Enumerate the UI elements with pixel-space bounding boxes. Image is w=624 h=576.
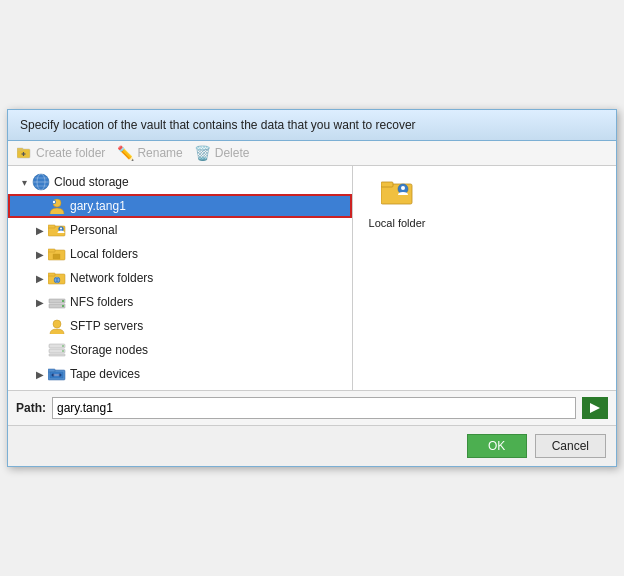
sftp-servers-icon (48, 317, 66, 335)
gary-tang1-icon (48, 197, 66, 215)
detail-item-icon (381, 178, 413, 213)
svg-rect-1 (17, 148, 23, 150)
cloud-storage-icon (32, 173, 50, 191)
svg-point-28 (53, 320, 61, 328)
svg-point-26 (62, 300, 64, 302)
expand-icon-cloud: ▾ (16, 174, 32, 190)
create-folder-icon (16, 145, 32, 161)
svg-point-43 (401, 186, 405, 190)
path-label: Path: (16, 401, 46, 415)
svg-point-32 (62, 345, 64, 347)
gary-tang1-label: gary.tang1 (70, 199, 126, 213)
detail-item-local-folder[interactable]: Local folder (357, 170, 437, 237)
svg-marker-44 (590, 403, 600, 413)
svg-rect-35 (48, 369, 55, 372)
personal-label: Personal (70, 223, 117, 237)
header-text: Specify location of the vault that conta… (20, 118, 416, 132)
tree-item-storage-nodes[interactable]: Storage nodes (8, 338, 352, 362)
svg-rect-31 (49, 354, 65, 356)
tree-item-tape-devices[interactable]: ▶ Tape devices (8, 362, 352, 386)
local-folders-label: Local folders (70, 247, 138, 261)
dialog-footer: OK Cancel (8, 426, 616, 466)
personal-icon (48, 221, 66, 239)
local-folders-icon (48, 245, 66, 263)
tape-devices-icon (48, 365, 66, 383)
cancel-button[interactable]: Cancel (535, 434, 606, 458)
rename-label: Rename (137, 146, 182, 160)
svg-point-33 (62, 350, 64, 352)
svg-point-11 (53, 201, 55, 203)
tree-item-nfs-folders[interactable]: ▶ NFS folders (8, 290, 352, 314)
expand-icon-local: ▶ (32, 246, 48, 262)
create-folder-button[interactable]: Create folder (16, 145, 105, 161)
expand-icon-sftp (32, 318, 48, 334)
expand-icon-nfs: ▶ (32, 294, 48, 310)
detail-panel: Local folder (353, 166, 616, 390)
dialog: Specify location of the vault that conta… (7, 109, 617, 467)
expand-icon-storage (32, 342, 48, 358)
storage-nodes-icon (48, 341, 66, 359)
svg-rect-13 (48, 225, 55, 228)
nfs-folders-label: NFS folders (70, 295, 133, 309)
tree-item-gary-tang1[interactable]: gary.tang1 (8, 194, 352, 218)
rename-button[interactable]: ✏️ Rename (117, 145, 182, 161)
path-bar: Path: (8, 391, 616, 426)
ok-button[interactable]: OK (467, 434, 527, 458)
tape-devices-label: Tape devices (70, 367, 140, 381)
delete-label: Delete (215, 146, 250, 160)
network-folders-icon (48, 269, 66, 287)
path-go-icon (588, 401, 602, 415)
sftp-servers-label: SFTP servers (70, 319, 143, 333)
cloud-storage-label: Cloud storage (54, 175, 129, 189)
expand-icon-tape: ▶ (32, 366, 48, 382)
path-input[interactable] (52, 397, 576, 419)
svg-point-15 (60, 228, 62, 230)
svg-point-27 (62, 305, 64, 307)
tree-item-local-folders[interactable]: ▶ Local folders (8, 242, 352, 266)
storage-nodes-label: Storage nodes (70, 343, 148, 357)
svg-rect-39 (54, 375, 60, 376)
content-area: ▾ Cloud storage (8, 166, 616, 391)
svg-rect-41 (381, 182, 393, 187)
svg-rect-20 (48, 273, 55, 276)
tree-item-personal[interactable]: ▶ Personal (8, 218, 352, 242)
svg-rect-17 (48, 249, 55, 252)
toolbar: Create folder ✏️ Rename 🗑️ Delete (8, 141, 616, 166)
svg-rect-18 (53, 254, 60, 259)
rename-icon: ✏️ (117, 145, 133, 161)
expand-icon-gary (32, 198, 48, 214)
create-folder-label: Create folder (36, 146, 105, 160)
tree-item-sftp-servers[interactable]: SFTP servers (8, 314, 352, 338)
expand-icon-network: ▶ (32, 270, 48, 286)
network-folders-label: Network folders (70, 271, 153, 285)
delete-icon: 🗑️ (195, 145, 211, 161)
path-go-button[interactable] (582, 397, 608, 419)
tree-panel: ▾ Cloud storage (8, 166, 353, 390)
detail-item-label: Local folder (369, 217, 426, 229)
tree-item-network-folders[interactable]: ▶ Network folders (8, 266, 352, 290)
dialog-header: Specify location of the vault that conta… (8, 110, 616, 141)
expand-icon-personal: ▶ (32, 222, 48, 238)
nfs-folders-icon (48, 293, 66, 311)
tree-item-cloud-storage[interactable]: ▾ Cloud storage (8, 170, 352, 194)
delete-button[interactable]: 🗑️ Delete (195, 145, 250, 161)
